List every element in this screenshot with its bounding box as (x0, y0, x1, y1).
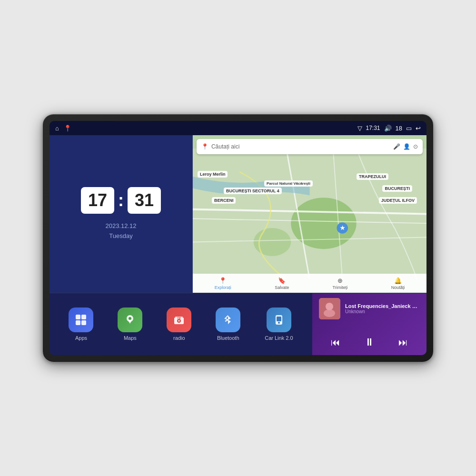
screen-area: ⌂ 📍 ▽ 17:31 🔊 18 ▭ ↩ 17 : (50, 121, 426, 355)
map-search-actions: 🎤 👤 ⊙ (393, 143, 418, 150)
svg-rect-11 (81, 315, 86, 319)
map-nav-trimiteti[interactable]: ⊕ Trimiteți (333, 277, 348, 290)
svg-point-26 (326, 303, 333, 310)
music-title: Lost Frequencies_Janieck Devy-... (345, 303, 420, 309)
app-item-bluetooth[interactable]: Bluetooth (216, 307, 240, 341)
maps-label: Maps (124, 335, 137, 341)
search-text: Căutați aici (211, 143, 239, 150)
map-bottom-bar: 📍 Explorați 🔖 Salvate ⊕ Trimiteți 🔔 (193, 274, 426, 293)
car-display-device: ⌂ 📍 ▽ 17:31 🔊 18 ▭ ↩ 17 : (43, 114, 433, 362)
battery-level: 18 (396, 125, 402, 132)
signal-icon: ▽ (357, 125, 362, 132)
map-nav-noutati-label: Noutăți (391, 285, 405, 290)
map-label-parc: Parcul Natural Văcărești (264, 180, 313, 187)
app-item-maps[interactable]: Maps (118, 307, 142, 341)
map-saved-icon: 🔖 (278, 277, 286, 284)
maps-status-icon[interactable]: 📍 (64, 125, 71, 132)
svg-marker-16 (128, 320, 132, 324)
apps-bar: Apps Maps (50, 293, 312, 355)
map-search-bar[interactable]: 📍 Căutați aici 🎤 👤 ⊙ (197, 139, 423, 154)
carlink-icon (267, 307, 291, 332)
app-item-radio[interactable]: FM radio (167, 307, 191, 341)
music-top: Lost Frequencies_Janieck Devy-... Unknow… (319, 298, 420, 319)
music-prev-button[interactable]: ⏮ (327, 335, 344, 350)
map-label-berceni: BERCENI (212, 197, 236, 204)
map-nav-noutati[interactable]: 🔔 Noutăți (391, 277, 405, 290)
map-explore-icon: 📍 (219, 277, 227, 284)
map-nav-salvate[interactable]: 🔖 Salvate (275, 277, 289, 290)
map-nav-explorati-label: Explorați (215, 285, 231, 290)
layers-icon[interactable]: ⊙ (413, 143, 418, 150)
bluetooth-icon (216, 307, 240, 332)
top-section: 17 : 31 2023.12.12 Tuesday (50, 135, 426, 293)
status-left-icons: ⌂ 📍 (55, 125, 71, 132)
mic-icon[interactable]: 🎤 (393, 143, 400, 150)
svg-point-1 (291, 198, 356, 249)
map-send-icon: ⊕ (337, 277, 343, 284)
svg-rect-10 (76, 315, 80, 319)
apps-icon (69, 307, 93, 332)
clock-hour: 17 (81, 187, 114, 214)
map-nav-salvate-label: Salvate (275, 285, 289, 290)
clock-panel: 17 : 31 2023.12.12 Tuesday (50, 135, 193, 293)
radio-label: radio (173, 335, 185, 341)
status-right-info: ▽ 17:31 🔊 18 ▭ ↩ (357, 125, 421, 132)
svg-point-19 (178, 320, 180, 322)
account-icon[interactable]: 👤 (403, 143, 410, 150)
map-nav-explorati[interactable]: 📍 Explorați (215, 277, 231, 290)
music-next-button[interactable]: ⏭ (395, 335, 412, 350)
status-bar: ⌂ 📍 ▽ 17:31 🔊 18 ▭ ↩ (50, 121, 426, 135)
bottom-section: Apps Maps (50, 293, 426, 355)
map-label-leroy: Leroy Merlin (198, 171, 228, 178)
map-nav-trimiteti-label: Trimiteți (333, 285, 348, 290)
battery-icon: ▭ (406, 125, 412, 132)
svg-point-15 (129, 317, 131, 320)
map-label-sectorul: BUCUREȘTI SECTORUL 4 (224, 188, 282, 194)
svg-text:FM: FM (178, 317, 181, 319)
app-item-apps[interactable]: Apps (69, 307, 93, 341)
svg-point-27 (324, 309, 335, 317)
music-player: Lost Frequencies_Janieck Devy-... Unknow… (312, 293, 426, 355)
bluetooth-label: Bluetooth (217, 335, 239, 341)
music-info: Lost Frequencies_Janieck Devy-... Unknow… (345, 303, 420, 314)
map-news-icon: 🔔 (394, 277, 402, 284)
back-icon[interactable]: ↩ (416, 125, 421, 132)
app-item-carlink[interactable]: Car Link 2.0 (265, 307, 293, 341)
map-label-bucuresti: BUCUREȘTI (382, 185, 412, 192)
map-label-ilfov: JUDEȚUL ILFOV (379, 197, 417, 204)
home-icon[interactable]: ⌂ (55, 125, 59, 132)
clock-date: 2023.12.12 Tuesday (105, 221, 136, 241)
clock-display: 17 : 31 (81, 187, 161, 214)
svg-rect-12 (76, 320, 80, 325)
svg-rect-13 (81, 320, 86, 325)
music-controls: ⏮ ⏸ ⏭ (319, 334, 420, 350)
music-play-button[interactable]: ⏸ (360, 334, 378, 350)
clock-minute: 31 (128, 187, 161, 214)
map-panel[interactable]: ★ 📍 Căutați aici 🎤 👤 ⊙ Leroy Merlin (193, 135, 426, 293)
music-thumbnail (319, 298, 340, 319)
volume-icon: 🔊 (384, 125, 392, 132)
music-artist: Unknown (345, 309, 420, 314)
status-time: 17:31 (366, 125, 380, 131)
svg-text:★: ★ (340, 225, 345, 231)
radio-icon: FM (167, 307, 191, 332)
carlink-label: Car Link 2.0 (265, 335, 293, 341)
map-label-trapezului: TRAPEZULUI (357, 173, 388, 180)
clock-colon: : (118, 190, 124, 210)
svg-point-24 (278, 322, 280, 324)
main-content: 17 : 31 2023.12.12 Tuesday (50, 135, 426, 355)
apps-label: Apps (75, 335, 87, 341)
maps-icon (118, 307, 142, 332)
map-pin-icon: 📍 (201, 143, 208, 150)
svg-rect-23 (277, 317, 281, 321)
